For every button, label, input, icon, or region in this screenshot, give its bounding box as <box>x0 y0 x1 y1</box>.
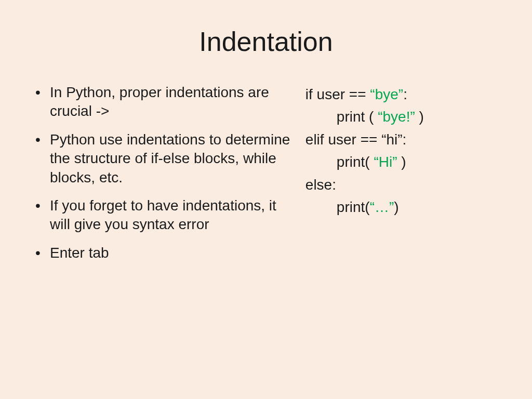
code-text: : <box>403 86 407 102</box>
right-column: if user == “bye”: print ( “bye!” ) elif … <box>305 83 501 272</box>
bullet-item: In Python, proper indentations are cruci… <box>31 83 295 121</box>
code-text: if user == <box>305 86 370 102</box>
left-column: In Python, proper indentations are cruci… <box>31 83 295 272</box>
code-text: ) <box>394 199 398 215</box>
code-text: elif user == “hi”: <box>305 131 407 148</box>
bullet-list: In Python, proper indentations are cruci… <box>31 83 295 262</box>
code-string: “bye” <box>370 86 403 102</box>
code-text: ) <box>397 154 406 170</box>
code-text: print( <box>337 199 370 215</box>
slide: Indentation In Python, proper indentatio… <box>0 0 532 399</box>
code-text: else: <box>305 177 336 193</box>
code-string: “Hi” <box>374 154 397 170</box>
slide-title: Indentation <box>31 26 501 57</box>
code-text: print( <box>337 154 374 170</box>
bullet-item: If you forget to have indentations, it w… <box>31 196 295 234</box>
code-text: ) <box>415 109 424 125</box>
code-string: “bye!” <box>378 109 415 125</box>
code-line: else: <box>305 174 501 196</box>
bullet-item: Enter tab <box>31 244 295 262</box>
code-text: print ( <box>337 109 378 125</box>
bullet-item: Python use indentations to determine the… <box>31 130 295 187</box>
code-line: elif user == “hi”: <box>305 128 501 151</box>
code-line: if user == “bye”: <box>305 83 501 105</box>
code-line: print(“…”) <box>305 196 501 218</box>
code-line: print( “Hi” ) <box>305 151 501 173</box>
code-line: print ( “bye!” ) <box>305 105 501 128</box>
code-block: if user == “bye”: print ( “bye!” ) elif … <box>305 83 501 218</box>
content-area: In Python, proper indentations are cruci… <box>31 83 501 272</box>
code-string: “…” <box>370 199 394 215</box>
